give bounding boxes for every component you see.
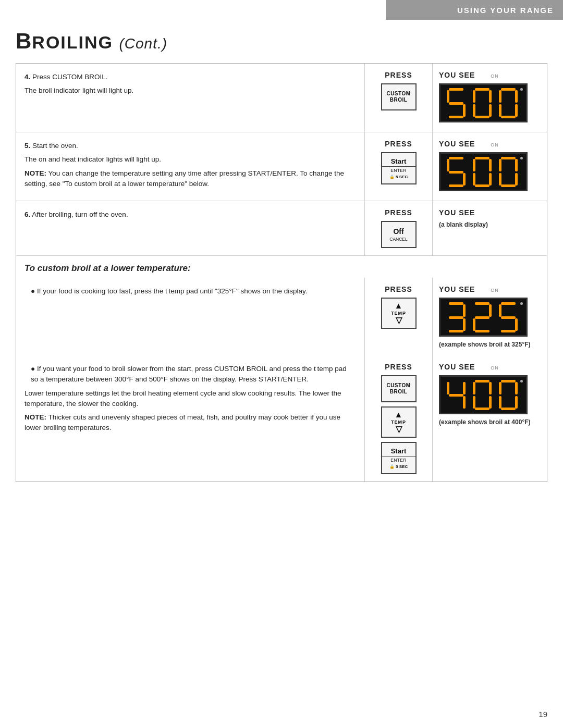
step-5-note: NOTE: [25,169,46,177]
lower-temp-bullet2-yousee: YOU SEE ON [432,355,547,482]
start-lock-label: 🔒 5 SEC [389,175,408,180]
svg-rect-51 [449,394,463,397]
step-5-press: PRESS Start ENTER 🔒 5 SEC [364,132,432,201]
svg-rect-9 [489,104,492,117]
step-5-row: 5. Start the oven. The on and heat indic… [16,132,547,201]
step-4-press: PRESS CUSTOM BROIL [364,64,432,132]
svg-rect-29 [499,159,501,171]
temp-up-arrow: ▲ [395,302,403,310]
temp2-label: TEMP [391,419,406,425]
start-button-bullet2[interactable]: Start ENTER 🔒 5 SEC [381,442,417,474]
svg-rect-27 [475,184,489,187]
svg-rect-63 [515,396,518,409]
step-4-number: 4. [25,73,30,81]
bullet1-text: ● If your food is cooking too fast, pres… [31,286,354,297]
bullet1-yousee-label: YOU SEE [439,285,475,293]
step-6-yousee: YOU SEE (a blank display) [432,201,547,255]
svg-rect-11 [501,88,516,91]
lower-temp-bullet2-row: ● If you want your food to broil slower … [16,355,547,482]
bullet2-caption: (example shows broil at 400°F) [439,418,531,426]
svg-rect-21 [449,184,463,187]
svg-rect-46 [501,316,516,319]
svg-rect-23 [473,159,475,171]
bullet1-seg-display [446,301,521,334]
bullet1-on-label: ON [491,288,499,293]
step-4-yousee: YOU SEE ON [432,64,547,132]
start-main-label: Start [382,157,415,167]
svg-rect-53 [475,380,489,382]
custom-broil-button-4[interactable]: CUSTOM BROIL [381,83,417,110]
step-5-display [439,152,528,191]
lower-temp-bullet1-row: ● If your food is cooking too fast, pres… [16,278,547,355]
svg-rect-38 [449,330,463,332]
step-4-on-dot [520,88,523,91]
svg-rect-49 [447,382,449,394]
svg-rect-52 [463,396,466,409]
custom-broil-button-bullet2[interactable]: CUSTOM BROIL [381,375,417,402]
svg-rect-50 [463,382,466,394]
page-number: 19 [538,710,547,719]
svg-rect-57 [489,396,492,409]
custom-broil-b2-line2: BROIL [390,389,408,395]
svg-rect-0 [449,88,463,91]
svg-rect-1 [447,90,449,103]
svg-rect-64 [501,408,516,410]
svg-rect-14 [499,104,501,117]
temp-label: TEMP [391,311,406,316]
svg-rect-47 [515,318,518,331]
title-cont: (Cont.) [119,35,167,52]
step-5-number: 5. [25,142,30,150]
start2-enter-label: ENTER [390,458,406,463]
lower-temp-bullet1-yousee: YOU SEE ON [432,278,547,355]
step-4-seg-display [446,87,521,119]
svg-rect-10 [475,116,489,118]
svg-rect-24 [489,159,492,171]
main-content: BROILING (Cont.) 4. Press CUSTOM BROIL. … [16,29,547,707]
title-letter-b: B [16,29,32,53]
svg-rect-55 [489,382,492,394]
lower-temp-bullet2-text: ● If you want your food to broil slower … [16,355,364,482]
custom-broil-line1: CUSTOM [386,91,410,97]
step-5-on-dot [520,157,523,159]
svg-rect-39 [475,302,489,305]
step-5-on-label: ON [491,142,499,147]
svg-rect-48 [501,330,516,332]
title-main: ROILING [32,32,119,52]
svg-rect-34 [449,302,463,305]
svg-rect-2 [449,102,463,105]
svg-rect-18 [447,159,449,171]
bullet2-press-label: PRESS [385,363,412,371]
svg-rect-30 [515,159,518,171]
step-4-text: 4. Press CUSTOM BROIL. The broil indicat… [16,64,364,132]
svg-rect-7 [489,90,492,103]
step-6-number: 6. [25,211,30,218]
svg-rect-60 [499,382,501,394]
temp-button-bullet2[interactable]: ▲ TEMP ▽ [381,406,417,438]
bullet1-caption: (example shows broil at 325°F) [439,341,531,348]
start2-lock-label: 🔒 5 SEC [389,464,408,470]
header-bar: USING YOUR RANGE [386,0,563,20]
step-6-text: 6. After broiling, turn off the oven. [16,201,364,255]
svg-rect-6 [473,90,475,103]
svg-rect-28 [501,157,516,159]
svg-rect-5 [475,88,489,91]
lower-temp-bullet2-press: PRESS CUSTOM BROIL ▲ TEMP ▽ Start [364,355,432,482]
start-enter-label: ENTER [390,168,406,173]
svg-rect-3 [463,104,466,117]
svg-rect-44 [501,302,516,305]
off-button-6[interactable]: Off CANCEL [381,221,417,248]
start-button-5[interactable]: Start ENTER 🔒 5 SEC [381,152,417,184]
svg-rect-61 [515,382,518,394]
svg-rect-19 [449,171,463,174]
custom-broil-b2-line1: CUSTOM [386,382,410,389]
temp-button-bullet1[interactable]: ▲ TEMP ▽ [381,298,417,329]
bullet1-display [439,298,528,337]
bullet2-seg-display [446,379,521,411]
svg-rect-41 [475,316,489,319]
svg-rect-35 [463,304,466,317]
step-6-press: PRESS Off CANCEL [364,201,432,255]
step-6-row: 6. After broiling, turn off the oven. PR… [16,201,547,256]
step-5-yousee: YOU SEE ON [432,132,547,201]
svg-rect-17 [449,157,463,159]
step-6-yousee-label: YOU SEE [439,208,475,217]
